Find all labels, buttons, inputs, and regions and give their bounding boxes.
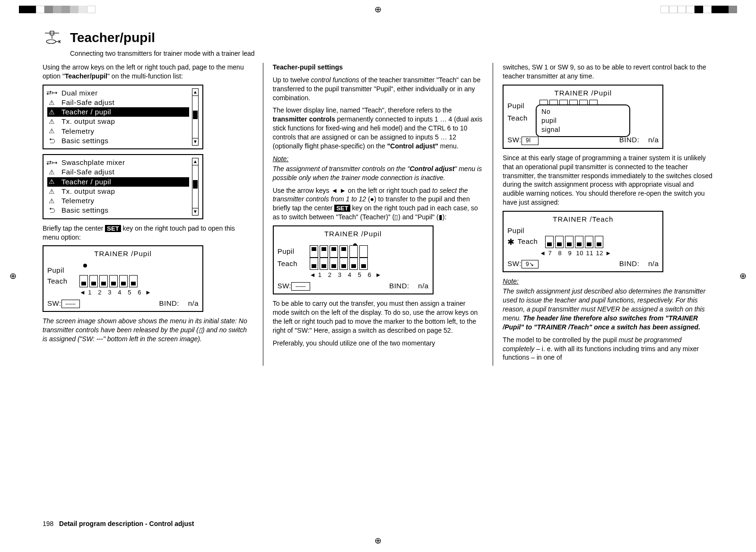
teach-label: Teach [278, 259, 307, 268]
switch-indicator [575, 236, 583, 248]
teach-label: Teach [507, 113, 537, 123]
switch-indicator [89, 275, 98, 287]
col2-note-body: The assignment of transmitter controls o… [273, 164, 484, 182]
menu-item[interactable]: ⚠Tx. output swap [47, 187, 189, 196]
sw-field: SW:9I [507, 135, 539, 145]
note-heading: Note: [503, 277, 713, 286]
switch-indicator [330, 245, 338, 258]
menu-item-label: Dual mixer [61, 88, 98, 98]
menu-item[interactable]: ⚠Fail-Safe adjust [47, 98, 189, 107]
nav-right-icon[interactable]: ► [605, 249, 610, 258]
menu-item[interactable]: ⚠Telemetry [47, 196, 189, 206]
sw-value[interactable]: 9↘ [521, 260, 539, 268]
pupil-label: Pupil [278, 247, 307, 256]
nav-right-icon[interactable]: ► [145, 288, 150, 297]
text: Use the arrow keys ◄ ► on the left or ri… [273, 187, 432, 194]
switch-indicator [129, 275, 138, 287]
airplane-heli-icon [43, 28, 61, 47]
col2-p2: The lower display line, named "Teach", t… [273, 106, 484, 150]
text: Briefly tap the center [43, 224, 105, 232]
menu-item[interactable]: ⚠Teacher / pupil [47, 177, 189, 187]
scrollbar[interactable]: ▲ ▼ [192, 88, 199, 146]
channel-num: 9 [565, 249, 574, 258]
switch-indicator [595, 236, 603, 248]
lcd-title: TRAINER /Teach [507, 215, 659, 224]
menu-item-icon: ⚠ [48, 177, 56, 186]
note-heading: Note: [273, 155, 484, 164]
star-icon: ✱ [507, 238, 515, 246]
sw-value[interactable]: ––– [291, 282, 310, 291]
col1-p2: Briefly tap the center SET key on the ri… [43, 224, 253, 242]
teach-row: ✱Teach [507, 236, 659, 248]
menu-item[interactable]: ⚠Teacher / pupil [47, 107, 189, 117]
text-bold: "Control adjust" [387, 142, 438, 150]
col3-p2: Since at this early stage of programming… [503, 154, 713, 207]
bind-field: BIND: n/a [159, 299, 199, 308]
menu-item[interactable]: ⚠Fail-Safe adjust [47, 167, 189, 177]
nav-left-icon[interactable]: ◄ [79, 288, 84, 297]
nav-left-icon[interactable]: ◄ [310, 271, 314, 279]
crosshair-left: ⊕ [9, 270, 17, 282]
pupil-label: Pupil [507, 101, 537, 111]
teach-row: Teach [47, 275, 199, 287]
scrollbar[interactable]: ▲ ▼ [192, 158, 199, 216]
lcd-trainer-teach: TRAINER /TeachPupil✱Teach◄789101112►SW:9… [503, 211, 663, 272]
page-content: Teacher/pupil Connecting two transmitter… [43, 28, 713, 528]
switch-indicator [109, 275, 118, 287]
nav-left-icon[interactable]: ◄ [539, 249, 544, 258]
menu-item-icon: ⚠ [48, 187, 56, 196]
lcd-footer: SW:9↘BIND: n/a [507, 259, 659, 268]
nav-right-icon[interactable]: ► [375, 271, 380, 279]
switch-indicator [310, 245, 318, 258]
scroll-up-icon[interactable]: ▲ [192, 89, 198, 96]
page-subtitle: Connecting two transmitters for trainer … [70, 49, 713, 58]
menu-item[interactable]: ⇄↦Dual mixer [47, 88, 189, 98]
svg-point-3 [46, 40, 56, 43]
bind-field: BIND: n/a [389, 281, 429, 291]
menu-item[interactable]: ⚠Tx. output swap [47, 117, 189, 126]
scroll-down-icon[interactable]: ▼ [192, 138, 198, 145]
menu-item-icon: ⚠ [48, 197, 56, 206]
text-bold-italic: The header line therefore also switches … [503, 314, 700, 331]
text: " on the multi-function list: [107, 72, 183, 80]
warning-popup: Nopupilsignal [536, 104, 630, 137]
sw-value[interactable]: 9I [521, 137, 539, 145]
lcd-title: TRAINER /Pupil [278, 229, 429, 239]
text: The lower display line, named "Teach", t… [273, 106, 452, 114]
channel-num: 3 [336, 271, 344, 279]
menu-item[interactable]: ⇄↦Swaschplate mixer [47, 158, 189, 167]
color-bar-right [660, 6, 737, 13]
lcd-trainer-initial: TRAINER /PupilPupilTeach◄123456►SW:–––BI… [43, 245, 203, 311]
switch-indicator [349, 258, 358, 270]
channel-numbers: ◄123456► [310, 271, 429, 279]
menu-item-icon: ⮌ [48, 206, 56, 215]
scroll-up-icon[interactable]: ▲ [192, 158, 198, 165]
scroll-down-icon[interactable]: ▼ [192, 208, 198, 215]
columns: Using the arrow keys on the left or righ… [43, 63, 713, 366]
switch-indicator [545, 236, 554, 248]
switch-indicator [585, 236, 593, 248]
menu-item-icon: ⚠ [48, 108, 56, 117]
channel-num: 2 [326, 271, 334, 279]
pupil-row: Pupil [507, 226, 659, 235]
sw-value[interactable]: ––– [61, 300, 80, 308]
menu-item-icon: ⚠ [48, 117, 56, 126]
menu-item-label: Tx. output swap [61, 187, 115, 196]
registration-marks-top: ⊕ [0, 6, 756, 13]
col2-p1: Up to twelve control functions of the te… [273, 76, 484, 103]
switch-indicator [349, 245, 358, 258]
menu-item[interactable]: ⮌Basic settings [47, 206, 189, 215]
menu-item-label: Tx. output swap [61, 117, 115, 126]
page-footer: 198 Detail program description - Control… [43, 519, 194, 528]
pupil-label: Pupil [47, 266, 77, 275]
channel-num: 1 [316, 271, 324, 279]
col2-p5: Preferably, you should utilize one of th… [273, 339, 484, 348]
menu-item[interactable]: ⚠Telemetry [47, 127, 189, 136]
text: The assignment of transmitter controls o… [273, 165, 410, 172]
text-italic: control functions [311, 76, 359, 84]
menu-item[interactable]: ⮌Basic settings [47, 136, 189, 146]
teach-label: Teach [518, 237, 542, 246]
menu-item-label: Swaschplate mixer [61, 158, 125, 167]
menu-item-label: Basic settings [61, 206, 109, 215]
channel-num: 8 [556, 249, 564, 258]
